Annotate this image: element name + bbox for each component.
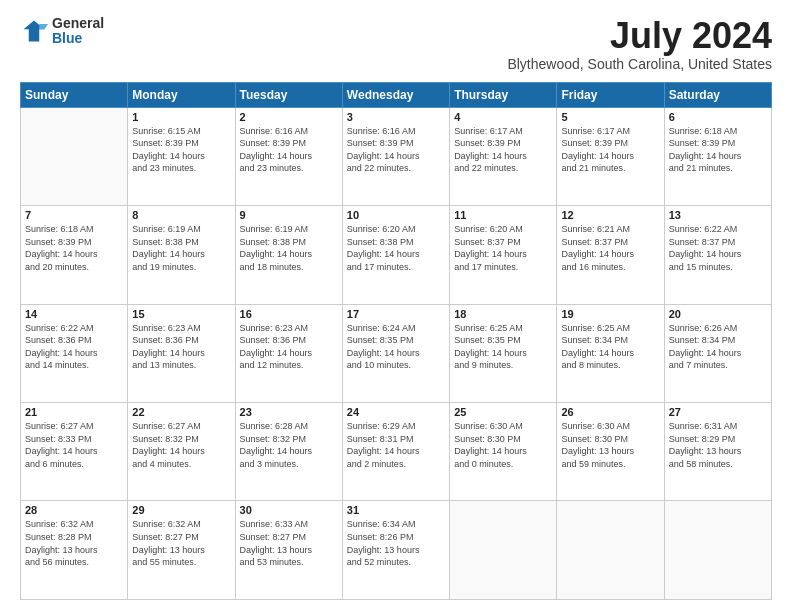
day-info: Sunrise: 6:27 AMSunset: 8:33 PMDaylight:… (25, 420, 123, 470)
calendar-day-header: Monday (128, 82, 235, 107)
day-number: 22 (132, 406, 230, 418)
day-info: Sunrise: 6:17 AMSunset: 8:39 PMDaylight:… (454, 125, 552, 175)
day-number: 12 (561, 209, 659, 221)
day-info: Sunrise: 6:20 AMSunset: 8:37 PMDaylight:… (454, 223, 552, 273)
calendar-cell: 30Sunrise: 6:33 AMSunset: 8:27 PMDayligh… (235, 501, 342, 600)
calendar-week-row: 28Sunrise: 6:32 AMSunset: 8:28 PMDayligh… (21, 501, 772, 600)
calendar-cell: 27Sunrise: 6:31 AMSunset: 8:29 PMDayligh… (664, 403, 771, 501)
calendar-cell: 7Sunrise: 6:18 AMSunset: 8:39 PMDaylight… (21, 206, 128, 304)
calendar-cell (450, 501, 557, 600)
day-number: 1 (132, 111, 230, 123)
day-info: Sunrise: 6:27 AMSunset: 8:32 PMDaylight:… (132, 420, 230, 470)
logo: General Blue (20, 16, 104, 47)
calendar-day-header: Saturday (664, 82, 771, 107)
day-number: 30 (240, 504, 338, 516)
day-info: Sunrise: 6:23 AMSunset: 8:36 PMDaylight:… (240, 322, 338, 372)
day-info: Sunrise: 6:26 AMSunset: 8:34 PMDaylight:… (669, 322, 767, 372)
day-info: Sunrise: 6:22 AMSunset: 8:36 PMDaylight:… (25, 322, 123, 372)
day-info: Sunrise: 6:32 AMSunset: 8:27 PMDaylight:… (132, 518, 230, 568)
calendar-day-header: Wednesday (342, 82, 449, 107)
calendar-cell: 10Sunrise: 6:20 AMSunset: 8:38 PMDayligh… (342, 206, 449, 304)
calendar-cell: 22Sunrise: 6:27 AMSunset: 8:32 PMDayligh… (128, 403, 235, 501)
calendar-cell: 9Sunrise: 6:19 AMSunset: 8:38 PMDaylight… (235, 206, 342, 304)
calendar-cell: 12Sunrise: 6:21 AMSunset: 8:37 PMDayligh… (557, 206, 664, 304)
calendar-day-header: Thursday (450, 82, 557, 107)
calendar-cell: 16Sunrise: 6:23 AMSunset: 8:36 PMDayligh… (235, 304, 342, 402)
day-info: Sunrise: 6:25 AMSunset: 8:34 PMDaylight:… (561, 322, 659, 372)
day-info: Sunrise: 6:21 AMSunset: 8:37 PMDaylight:… (561, 223, 659, 273)
calendar-cell: 4Sunrise: 6:17 AMSunset: 8:39 PMDaylight… (450, 107, 557, 205)
day-info: Sunrise: 6:17 AMSunset: 8:39 PMDaylight:… (561, 125, 659, 175)
calendar-cell: 23Sunrise: 6:28 AMSunset: 8:32 PMDayligh… (235, 403, 342, 501)
day-number: 17 (347, 308, 445, 320)
day-info: Sunrise: 6:25 AMSunset: 8:35 PMDaylight:… (454, 322, 552, 372)
calendar-cell: 26Sunrise: 6:30 AMSunset: 8:30 PMDayligh… (557, 403, 664, 501)
day-number: 3 (347, 111, 445, 123)
day-info: Sunrise: 6:30 AMSunset: 8:30 PMDaylight:… (561, 420, 659, 470)
day-info: Sunrise: 6:18 AMSunset: 8:39 PMDaylight:… (669, 125, 767, 175)
day-number: 25 (454, 406, 552, 418)
day-number: 28 (25, 504, 123, 516)
day-number: 15 (132, 308, 230, 320)
day-number: 7 (25, 209, 123, 221)
day-number: 4 (454, 111, 552, 123)
calendar-cell: 29Sunrise: 6:32 AMSunset: 8:27 PMDayligh… (128, 501, 235, 600)
calendar-cell (664, 501, 771, 600)
calendar-cell: 11Sunrise: 6:20 AMSunset: 8:37 PMDayligh… (450, 206, 557, 304)
calendar-cell: 24Sunrise: 6:29 AMSunset: 8:31 PMDayligh… (342, 403, 449, 501)
calendar-header-row: SundayMondayTuesdayWednesdayThursdayFrid… (21, 82, 772, 107)
calendar-week-row: 1Sunrise: 6:15 AMSunset: 8:39 PMDaylight… (21, 107, 772, 205)
day-number: 27 (669, 406, 767, 418)
calendar-cell: 2Sunrise: 6:16 AMSunset: 8:39 PMDaylight… (235, 107, 342, 205)
day-number: 23 (240, 406, 338, 418)
calendar-week-row: 14Sunrise: 6:22 AMSunset: 8:36 PMDayligh… (21, 304, 772, 402)
day-number: 2 (240, 111, 338, 123)
day-info: Sunrise: 6:30 AMSunset: 8:30 PMDaylight:… (454, 420, 552, 470)
day-number: 5 (561, 111, 659, 123)
calendar-cell (21, 107, 128, 205)
day-number: 31 (347, 504, 445, 516)
calendar-cell: 13Sunrise: 6:22 AMSunset: 8:37 PMDayligh… (664, 206, 771, 304)
day-info: Sunrise: 6:16 AMSunset: 8:39 PMDaylight:… (240, 125, 338, 175)
svg-marker-0 (24, 21, 45, 42)
day-number: 18 (454, 308, 552, 320)
day-info: Sunrise: 6:29 AMSunset: 8:31 PMDaylight:… (347, 420, 445, 470)
day-info: Sunrise: 6:18 AMSunset: 8:39 PMDaylight:… (25, 223, 123, 273)
calendar-cell: 25Sunrise: 6:30 AMSunset: 8:30 PMDayligh… (450, 403, 557, 501)
title-section: July 2024 Blythewood, South Carolina, Un… (507, 16, 772, 72)
day-number: 14 (25, 308, 123, 320)
day-number: 24 (347, 406, 445, 418)
calendar-cell: 8Sunrise: 6:19 AMSunset: 8:38 PMDaylight… (128, 206, 235, 304)
day-info: Sunrise: 6:28 AMSunset: 8:32 PMDaylight:… (240, 420, 338, 470)
calendar-cell: 5Sunrise: 6:17 AMSunset: 8:39 PMDaylight… (557, 107, 664, 205)
day-info: Sunrise: 6:34 AMSunset: 8:26 PMDaylight:… (347, 518, 445, 568)
page: General Blue July 2024 Blythewood, South… (0, 0, 792, 612)
day-info: Sunrise: 6:22 AMSunset: 8:37 PMDaylight:… (669, 223, 767, 273)
calendar-cell: 21Sunrise: 6:27 AMSunset: 8:33 PMDayligh… (21, 403, 128, 501)
day-info: Sunrise: 6:16 AMSunset: 8:39 PMDaylight:… (347, 125, 445, 175)
calendar-cell: 17Sunrise: 6:24 AMSunset: 8:35 PMDayligh… (342, 304, 449, 402)
day-info: Sunrise: 6:33 AMSunset: 8:27 PMDaylight:… (240, 518, 338, 568)
day-info: Sunrise: 6:32 AMSunset: 8:28 PMDaylight:… (25, 518, 123, 568)
header: General Blue July 2024 Blythewood, South… (20, 16, 772, 72)
day-number: 16 (240, 308, 338, 320)
day-info: Sunrise: 6:31 AMSunset: 8:29 PMDaylight:… (669, 420, 767, 470)
day-number: 6 (669, 111, 767, 123)
calendar-day-header: Sunday (21, 82, 128, 107)
calendar-cell: 6Sunrise: 6:18 AMSunset: 8:39 PMDaylight… (664, 107, 771, 205)
calendar-cell: 1Sunrise: 6:15 AMSunset: 8:39 PMDaylight… (128, 107, 235, 205)
calendar-cell: 20Sunrise: 6:26 AMSunset: 8:34 PMDayligh… (664, 304, 771, 402)
day-number: 10 (347, 209, 445, 221)
day-number: 26 (561, 406, 659, 418)
calendar-day-header: Friday (557, 82, 664, 107)
calendar-week-row: 21Sunrise: 6:27 AMSunset: 8:33 PMDayligh… (21, 403, 772, 501)
calendar-cell: 3Sunrise: 6:16 AMSunset: 8:39 PMDaylight… (342, 107, 449, 205)
day-info: Sunrise: 6:24 AMSunset: 8:35 PMDaylight:… (347, 322, 445, 372)
month-title: July 2024 (507, 16, 772, 56)
logo-general-text: General (52, 16, 104, 31)
calendar-cell: 28Sunrise: 6:32 AMSunset: 8:28 PMDayligh… (21, 501, 128, 600)
calendar-cell: 19Sunrise: 6:25 AMSunset: 8:34 PMDayligh… (557, 304, 664, 402)
calendar-cell: 18Sunrise: 6:25 AMSunset: 8:35 PMDayligh… (450, 304, 557, 402)
calendar-cell: 31Sunrise: 6:34 AMSunset: 8:26 PMDayligh… (342, 501, 449, 600)
logo-text: General Blue (52, 16, 104, 47)
